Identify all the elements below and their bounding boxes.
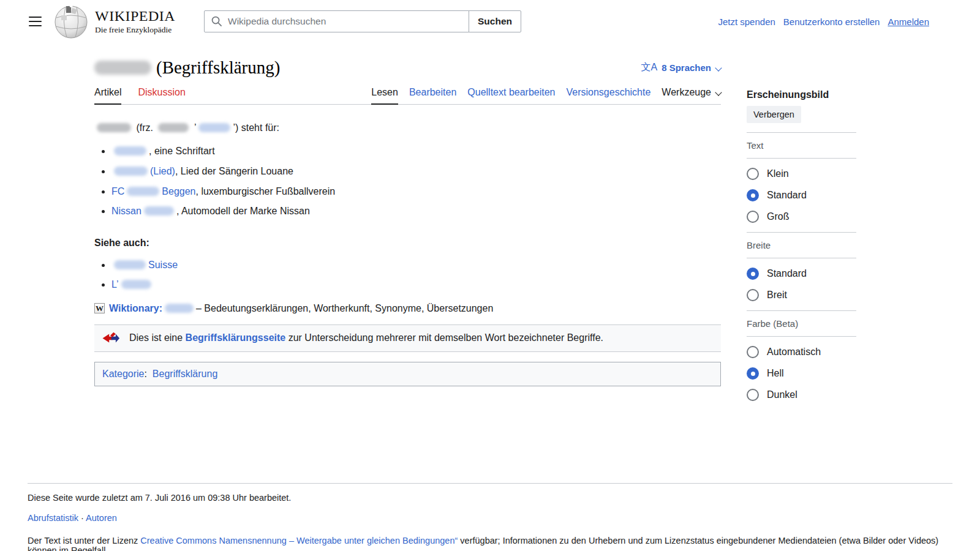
radio-option-standard[interactable]: Standard xyxy=(747,268,856,280)
radio-option-label: Standard xyxy=(767,268,807,279)
wikipedia-logo[interactable]: WIKIPEDIA Die freie Enzyklopädie xyxy=(54,4,175,39)
text-segment: zur Unterscheidung mehrerer mit demselbe… xyxy=(285,332,603,343)
redacted-text xyxy=(158,123,189,132)
disambiguation-notice: Dies ist eine Begriffsklärungsseite zur … xyxy=(94,324,721,352)
disambiguation-list: , eine Schriftart(Lied), Lied der Sänger… xyxy=(94,144,721,217)
tab-lesen[interactable]: Lesen xyxy=(371,87,398,104)
disambiguation-icon xyxy=(100,331,120,346)
tab-werkzeuge[interactable]: Werkzeuge xyxy=(662,87,721,104)
radio-option-breit[interactable]: Breit xyxy=(747,289,856,301)
wiktionary-icon: W xyxy=(94,303,105,313)
radio-unchecked-icon[interactable] xyxy=(747,389,759,401)
radio-option-label: Groß xyxy=(767,211,789,222)
section-label: Breite xyxy=(747,240,856,258)
link-autoren[interactable]: Autoren xyxy=(86,513,117,523)
page-title-suffix: (Begriffsklärung) xyxy=(156,58,280,77)
tab-diskussion[interactable]: Diskussion xyxy=(138,87,185,104)
namespace-tabs: ArtikelDiskussion xyxy=(94,87,186,104)
radio-option-label: Hell xyxy=(767,368,784,379)
tab-artikel[interactable]: Artikel xyxy=(94,87,121,104)
text-segment: ’ xyxy=(191,122,196,133)
article-link[interactable]: Begriffsklärung xyxy=(153,369,217,379)
article-link[interactable]: Begriffsklärungsseite xyxy=(186,332,286,343)
link-jetzt-spenden[interactable]: Jetzt spenden xyxy=(718,17,775,27)
radio-option-automatisch[interactable]: Automatisch xyxy=(747,346,856,358)
text-segment: Dies ist eine xyxy=(129,332,186,343)
radio-option-dunkel[interactable]: Dunkel xyxy=(747,389,856,401)
search-icon xyxy=(211,15,222,29)
page-title: (Begriffsklärung) xyxy=(94,58,280,78)
appearance-sections: TextKleinStandardGroßBreiteStandardBreit… xyxy=(747,132,856,401)
language-selector-button[interactable]: 文A 8 Sprachen xyxy=(641,61,721,74)
article-link[interactable]: L’ xyxy=(111,279,119,290)
redacted-text xyxy=(114,260,146,269)
languages-icon: 文A xyxy=(641,61,657,74)
chevron-down-icon xyxy=(715,89,722,96)
radio-option-standard[interactable]: Standard xyxy=(747,189,856,201)
list-item: Nissan, Automodell der Marke Nissan xyxy=(111,204,721,218)
appearance-section: Farbe (Beta)AutomatischHellDunkel xyxy=(747,310,856,401)
appearance-section: BreiteStandardBreit xyxy=(747,232,856,301)
article-link[interactable]: (Lied) xyxy=(150,166,175,176)
text-segment: , luxemburgischer Fußballverein xyxy=(196,186,336,197)
tab-quelltext-bearbeiten[interactable]: Quelltext bearbeiten xyxy=(467,87,555,104)
redacted-title-word xyxy=(94,61,151,75)
tab-versionsgeschichte[interactable]: Versionsgeschichte xyxy=(567,87,651,104)
see-also-list: SuisseL’ xyxy=(94,258,721,291)
page-footer: Diese Seite wurde zuletzt am 7. Juli 201… xyxy=(28,483,952,551)
article-link[interactable]: Beggen xyxy=(162,186,195,197)
hide-appearance-button[interactable]: Verbergen xyxy=(747,106,801,123)
appearance-section: TextKleinStandardGroß xyxy=(747,132,856,223)
see-also-heading: Siehe auch: xyxy=(94,238,721,249)
radio-unchecked-icon[interactable] xyxy=(747,168,759,180)
hamburger-menu-icon[interactable] xyxy=(27,13,43,29)
wordmark-tagline: Die freie Enzyklopädie xyxy=(95,26,175,34)
link-abrufstatistik[interactable]: Abrufstatistik xyxy=(28,513,78,523)
list-item: FCBeggen, luxemburgischer Fußballverein xyxy=(111,185,721,198)
article-link[interactable]: FC xyxy=(111,186,124,197)
radio-checked-icon[interactable] xyxy=(747,268,759,280)
search-input[interactable] xyxy=(204,10,469,32)
radio-option-label: Breit xyxy=(767,290,787,301)
text-segment: – Bedeutungserklärungen, Wortherkunft, S… xyxy=(196,303,493,313)
article-link[interactable]: Kategorie xyxy=(102,369,145,379)
radio-checked-icon[interactable] xyxy=(747,367,759,380)
redacted-text xyxy=(165,304,194,313)
radio-option-hell[interactable]: Hell xyxy=(747,367,856,380)
radio-unchecked-icon[interactable] xyxy=(747,211,759,223)
redacted-text xyxy=(198,123,230,132)
section-label: Text xyxy=(747,140,856,159)
radio-option-klein[interactable]: Klein xyxy=(747,168,856,180)
redacted-text xyxy=(144,206,174,216)
top-bar: WIKIPEDIA Die freie Enzyklopädie Suchen … xyxy=(0,0,980,43)
article-link[interactable]: Creative Commons Namensnennung – Weiterg… xyxy=(140,536,458,545)
redacted-text xyxy=(127,187,159,196)
radio-option-label: Standard xyxy=(767,190,807,201)
article-link[interactable]: Nissan xyxy=(111,206,141,216)
license-text: Der Text ist unter der Lizenz Creative C… xyxy=(28,536,952,551)
radio-option-label: Dunkel xyxy=(767,389,797,400)
search-button[interactable]: Suchen xyxy=(469,10,521,32)
wiktionary-text: Wiktionary:– Bedeutungserklärungen, Wort… xyxy=(109,303,493,314)
link-benutzerkonto-erstellen[interactable]: Benutzerkonto erstellen xyxy=(783,17,880,27)
radio-option-groß[interactable]: Groß xyxy=(747,211,856,223)
list-item: , eine Schriftart xyxy=(111,144,721,158)
text-segment: , Automodell der Marke Nissan xyxy=(176,206,310,216)
article-link[interactable]: Suisse xyxy=(148,260,178,270)
wiktionary-line: W Wiktionary:– Bedeutungserklärungen, Wo… xyxy=(94,303,721,314)
radio-unchecked-icon[interactable] xyxy=(747,289,759,301)
chevron-down-icon xyxy=(715,64,722,71)
link-anmelden[interactable]: Anmelden xyxy=(888,17,929,27)
tab-bearbeiten[interactable]: Bearbeiten xyxy=(409,87,456,104)
article-link[interactable]: Wiktionary: xyxy=(109,303,162,313)
redacted-text xyxy=(121,280,151,289)
radio-unchecked-icon[interactable] xyxy=(747,346,759,358)
radio-checked-icon[interactable] xyxy=(747,189,759,201)
list-item: Suisse xyxy=(111,258,721,272)
footer-links: Abrufstatistik · Autoren xyxy=(28,513,952,523)
article-content: (Begriffsklärung) 文A 8 Sprachen ArtikelD… xyxy=(94,43,721,386)
redacted-text xyxy=(114,146,146,156)
text-segment: , Lied der Sängerin Louane xyxy=(175,166,293,176)
section-label: Farbe (Beta) xyxy=(747,318,856,337)
category-box: Kategorie: Begriffsklärung xyxy=(94,362,721,386)
